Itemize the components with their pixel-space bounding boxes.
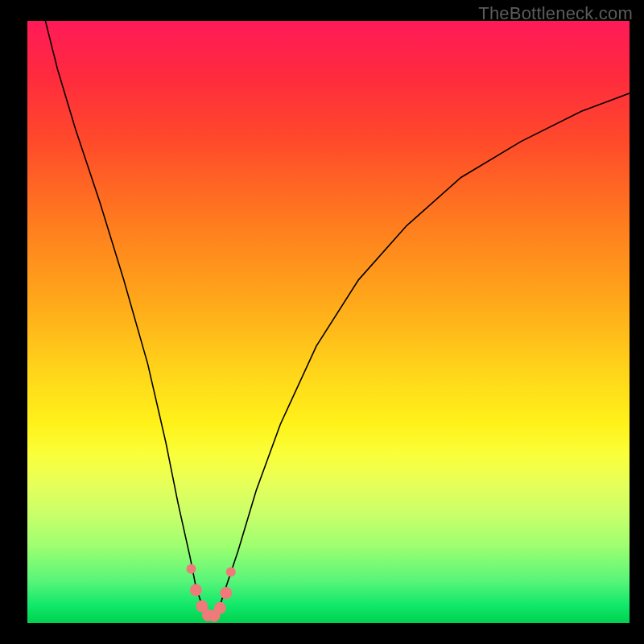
- minimum-marker: [226, 567, 236, 576]
- curve-layer: [27, 21, 630, 623]
- minimum-marker: [214, 602, 226, 614]
- minimum-marker: [220, 587, 232, 599]
- watermark-text: TheBottleneck.com: [478, 3, 633, 24]
- minimum-marker: [190, 584, 202, 596]
- plot-area: [27, 21, 630, 623]
- chart-frame: TheBottleneck.com: [0, 0, 644, 644]
- minimum-markers: [187, 564, 236, 622]
- minimum-marker: [187, 564, 196, 574]
- bottleneck-curve: [45, 21, 630, 617]
